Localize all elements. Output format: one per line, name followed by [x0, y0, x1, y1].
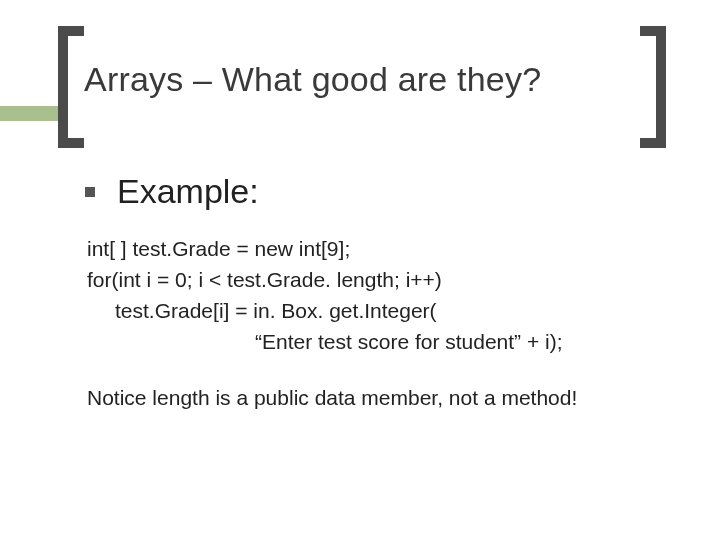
example-heading-row: Example:	[85, 172, 645, 211]
title-bracket-right	[640, 26, 666, 148]
title-bracket-left	[58, 26, 84, 148]
code-line-2: for(int i = 0; i < test.Grade. length; i…	[87, 264, 645, 295]
example-heading: Example:	[117, 172, 259, 211]
slide-body: Example: int[ ] test.Grade = new int[9];…	[85, 172, 645, 414]
slide-title: Arrays – What good are they?	[84, 60, 541, 99]
code-line-1: int[ ] test.Grade = new int[9];	[87, 233, 645, 264]
code-line-4: “Enter test score for student” + i);	[87, 326, 645, 357]
bullet-icon	[85, 187, 95, 197]
slide: Arrays – What good are they? Example: in…	[0, 0, 720, 540]
code-line-3: test.Grade[i] = in. Box. get.Integer(	[87, 295, 645, 326]
code-block: int[ ] test.Grade = new int[9]; for(int …	[87, 233, 645, 357]
note-text: Notice length is a public data member, n…	[87, 383, 627, 413]
